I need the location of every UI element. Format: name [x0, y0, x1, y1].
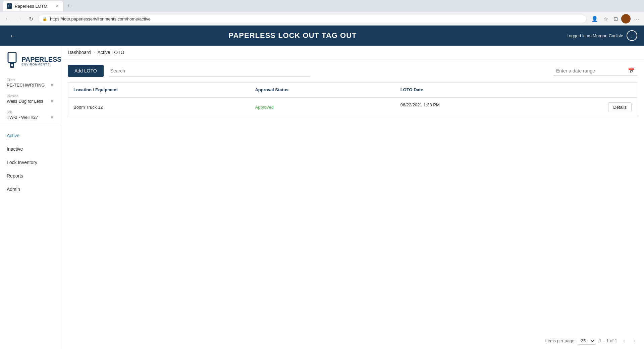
logo-main-text: PAPERLESS: [21, 56, 62, 63]
lock-icon: 🔒: [42, 16, 47, 21]
main-layout: PAPERLESS ENVIRONMENTS Client PE-TECHWRI…: [0, 46, 644, 349]
address-bar[interactable]: 🔒 https://loto.paperlessenvironments.com…: [38, 15, 587, 23]
user-avatar-button[interactable]: [621, 14, 631, 23]
url-text: https://loto.paperlessenvironments.com/h…: [50, 16, 151, 21]
user-menu-button[interactable]: ⋮: [627, 30, 637, 41]
breadcrumb-current: Active LOTO: [98, 50, 124, 55]
app-header: ← PAPERLESS LOCK OUT TAG OUT Logged in a…: [0, 26, 644, 46]
date-range-input[interactable]: [556, 68, 625, 73]
app-back-button[interactable]: ←: [7, 31, 19, 41]
tab-close-button[interactable]: ✕: [56, 4, 59, 8]
client-selector[interactable]: Client PE-TECHWRITING ▼: [3, 76, 58, 90]
breadcrumb-separator: ›: [94, 50, 95, 55]
app-title: PAPERLESS LOCK OUT TAG OUT: [19, 31, 567, 40]
loto-date-text: 06/22/2021 1:38 PM: [400, 102, 440, 107]
column-header-location: Location / Equipment: [68, 83, 250, 98]
app-container: ← PAPERLESS LOCK OUT TAG OUT Logged in a…: [0, 26, 644, 349]
client-value-display[interactable]: PE-TECHWRITING ▼: [7, 83, 54, 88]
page-range-text: 1 – 1 of 1: [599, 338, 617, 343]
client-value-text: PE-TECHWRITING: [7, 83, 45, 88]
add-loto-button[interactable]: Add LOTO: [68, 65, 104, 77]
logo-icon: [5, 52, 19, 69]
loto-table: Location / Equipment Approval Status LOT…: [68, 82, 637, 117]
table-header: Location / Equipment Approval Status LOT…: [68, 83, 637, 98]
division-label: Division: [7, 94, 54, 98]
client-label: Client: [7, 78, 54, 82]
sidebar-item-reports[interactable]: Reports: [0, 169, 61, 183]
nav-actions: 👤 ☆ ⊡ ⋯: [589, 14, 641, 23]
logged-in-label: Logged in as Morgan Carlisle: [567, 33, 623, 38]
search-input[interactable]: [109, 65, 310, 77]
navigation-bar: ← → ↻ 🔒 https://loto.paperlessenvironmen…: [0, 12, 644, 26]
svg-rect-2: [8, 52, 16, 62]
calendar-icon[interactable]: 📅: [628, 67, 635, 74]
table-body: Boom Truck 12 Approved 06/22/2021 1:38 P…: [68, 97, 637, 117]
sidebar-nav: Active Inactive Lock Inventory Reports A…: [0, 129, 61, 196]
profile-button[interactable]: 👤: [589, 14, 600, 23]
search-wrapper: [109, 65, 310, 77]
bookmark-button[interactable]: ☆: [601, 14, 610, 23]
pagination-prev-button[interactable]: ‹: [621, 337, 627, 345]
column-header-date: LOTO Date: [395, 83, 637, 98]
cell-loto-date: 06/22/2021 1:38 PM Details: [395, 97, 637, 117]
job-label: Job: [7, 110, 54, 114]
job-chevron-icon: ▼: [50, 115, 54, 120]
items-per-page: Items per page: 25 10 50 100: [545, 337, 595, 345]
client-chevron-icon: ▼: [50, 83, 54, 88]
toolbar: Add LOTO 📅: [61, 59, 644, 82]
browser-tab[interactable]: P Paperless LOTO ✕: [3, 1, 63, 11]
sidebar-item-active[interactable]: Active: [0, 129, 61, 142]
table-row: Boom Truck 12 Approved 06/22/2021 1:38 P…: [68, 97, 637, 117]
job-value-display[interactable]: TW-2 - Well #27 ▼: [7, 115, 54, 120]
back-button[interactable]: ←: [3, 14, 12, 23]
sidebar-logo: PAPERLESS ENVIRONMENTS: [0, 49, 61, 75]
job-selector[interactable]: Job TW-2 - Well #27 ▼: [3, 108, 58, 122]
breadcrumb: Dashboard › Active LOTO: [61, 46, 644, 59]
approval-status-badge: Approved: [255, 105, 274, 110]
sidebar-item-inactive[interactable]: Inactive: [0, 142, 61, 156]
table-header-row: Location / Equipment Approval Status LOT…: [68, 83, 637, 98]
pagination-next-button[interactable]: ›: [631, 337, 637, 345]
job-value-text: TW-2 - Well #27: [7, 115, 38, 120]
details-button[interactable]: Details: [608, 102, 632, 112]
sidebar-item-admin[interactable]: Admin: [0, 183, 61, 196]
logo-sub-text: ENVIRONMENTS: [21, 63, 62, 66]
sidebar: PAPERLESS ENVIRONMENTS Client PE-TECHWRI…: [0, 46, 61, 349]
logo-text: PAPERLESS ENVIRONMENTS: [21, 56, 62, 66]
reload-button[interactable]: ↻: [27, 14, 35, 23]
cell-approval-status: Approved: [250, 97, 395, 117]
items-per-page-label: Items per page:: [545, 338, 575, 343]
tab-search-button[interactable]: ⊡: [611, 14, 620, 23]
new-tab-button[interactable]: +: [64, 3, 73, 10]
per-page-select[interactable]: 25 10 50 100: [578, 337, 595, 345]
division-value-display[interactable]: Wells Dug for Less ▼: [7, 99, 54, 104]
pagination: Items per page: 25 10 50 100 1 – 1 of 1 …: [61, 333, 644, 349]
sidebar-divider: [0, 126, 61, 126]
more-options-button[interactable]: ⋯: [632, 14, 641, 23]
date-range-wrapper: 📅: [553, 66, 637, 76]
svg-text:P: P: [8, 4, 11, 8]
tab-title: Paperless LOTO: [15, 4, 47, 9]
column-header-approval: Approval Status: [250, 83, 395, 98]
division-value-text: Wells Dug for Less: [7, 99, 43, 104]
division-selector[interactable]: Division Wells Dug for Less ▼: [3, 92, 58, 106]
table-container: Location / Equipment Approval Status LOT…: [61, 82, 644, 333]
sidebar-item-lock-inventory[interactable]: Lock Inventory: [0, 156, 61, 169]
forward-button[interactable]: →: [15, 14, 24, 23]
breadcrumb-dashboard[interactable]: Dashboard: [68, 50, 91, 55]
tab-favicon: P: [7, 3, 12, 9]
cell-location: Boom Truck 12: [68, 97, 250, 117]
content-area: Dashboard › Active LOTO Add LOTO 📅: [61, 46, 644, 349]
division-chevron-icon: ▼: [50, 99, 54, 104]
svg-point-4: [11, 64, 13, 66]
